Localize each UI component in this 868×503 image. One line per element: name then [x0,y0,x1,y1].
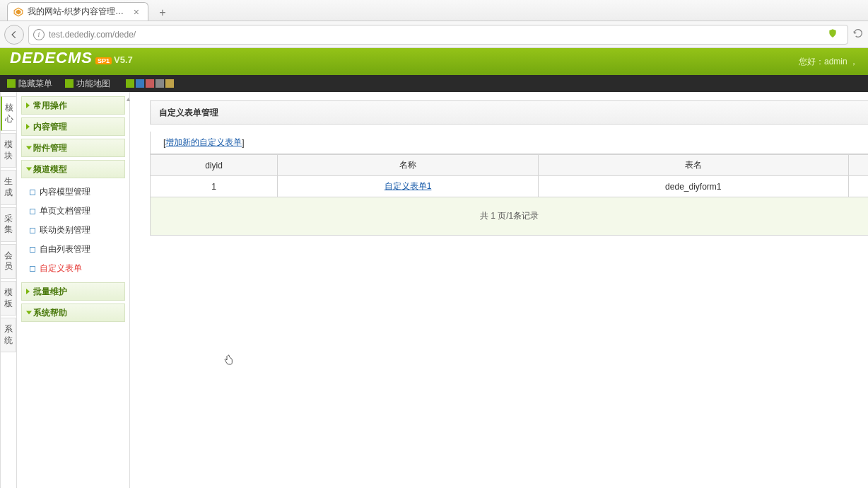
logo-text: DEDECMS [10,49,93,67]
cell-diyid: 1 [151,176,278,197]
hide-menu-label: 隐藏菜单 [18,78,52,90]
sitemap-label: 功能地图 [76,78,110,90]
greeting-text: 您好：admin ， [799,56,858,68]
menu-section-3[interactable]: 频道模型 [21,160,125,178]
arrow-left-icon [9,30,19,40]
panel-subheader: [增加新的自定义表单] [150,132,868,154]
shield-icon[interactable] [828,28,838,40]
theme-color-picker [126,79,174,88]
menu-section-1[interactable]: 内容管理 [21,117,125,136]
menu-section-0[interactable]: 常用操作 [21,96,125,115]
menu-item-3-4[interactable]: 自定义表单 [30,259,125,278]
vtab-6[interactable]: 系统 [1,318,16,352]
cell-table: dede_diyform1 [539,176,848,197]
version-badge: SP1 [95,57,112,64]
info-icon[interactable]: i [33,29,45,40]
favicon-icon [13,7,23,17]
address-bar[interactable]: i test.dedediy.com/dede/ [28,25,848,45]
menu-section-2[interactable]: 附件管理 [21,139,125,157]
pagination-text: 共 1 页/1条记录 [150,197,868,236]
theme-color-swatch[interactable] [165,79,174,88]
square-icon [65,79,74,88]
vtab-0[interactable]: 核心 [1,96,16,131]
back-button[interactable] [4,25,24,45]
reload-button[interactable] [852,28,864,41]
scroll-up-icon[interactable]: ▴ [127,95,135,103]
theme-color-swatch[interactable] [136,79,144,88]
vtab-1[interactable]: 模块 [1,133,16,168]
svg-marker-1 [16,9,21,14]
table-header: diyid [151,155,278,176]
logo: DEDECMS SP1 V5.7 [10,49,133,74]
side-menu: ▴ 常用操作内容管理附件管理频道模型内容模型管理单页文档管理联动类别管理自由列表… [17,92,130,488]
browser-toolbar: i test.dedediy.com/dede/ [0,21,868,48]
menu-section-5[interactable]: 系统帮助 [21,303,125,322]
hide-menu-button[interactable]: 隐藏菜单 [7,78,52,90]
menu-item-3-0[interactable]: 内容模型管理 [30,183,125,202]
theme-color-swatch[interactable] [146,79,154,88]
content-area: 自定义表单管理 [增加新的自定义表单] diyid名称表名 1自定义表单1ded… [130,92,868,488]
theme-color-swatch[interactable] [126,79,134,88]
vtab-4[interactable]: 会员 [1,244,16,279]
vtab-5[interactable]: 模板 [1,281,16,316]
vtab-3[interactable]: 采集 [1,207,16,242]
sitemap-button[interactable]: 功能地图 [65,78,110,90]
table-header-actions [848,155,868,176]
tab-title: 我的网站-织梦内容管理系... [28,6,130,18]
form-name-link[interactable]: 自定义表单1 [385,181,432,191]
table-header: 表名 [539,155,848,176]
menu-item-3-1[interactable]: 单页文档管理 [30,202,125,221]
close-tab-icon[interactable]: × [131,6,142,18]
menu-item-3-3[interactable]: 自由列表管理 [30,240,125,259]
menu-item-3-2[interactable]: 联动类别管理 [30,221,125,240]
toolbar: 隐藏菜单 功能地图 [0,75,868,92]
url-text: test.dedediy.com/dede/ [49,30,828,40]
new-tab-button[interactable]: + [154,5,171,21]
menu-subitems: 内容模型管理单页文档管理联动类别管理自由列表管理自定义表单 [21,181,125,282]
table-row: 1自定义表单1dede_diyform1 [151,176,869,197]
cell-name: 自定义表单1 [278,176,539,197]
vtab-2[interactable]: 生成 [1,170,16,204]
logo-version: V5.7 [114,54,133,65]
panel-title: 自定义表单管理 [150,100,868,125]
add-form-link[interactable]: 增加新的自定义表单 [165,137,242,149]
menu-section-4[interactable]: 批量维护 [21,282,125,301]
cell-actions [848,176,868,197]
app-header: DEDECMS SP1 V5.7 您好：admin ， [0,48,868,75]
square-icon [7,79,16,88]
data-table: diyid名称表名 1自定义表单1dede_diyform1 [150,154,868,197]
table-header: 名称 [278,155,539,176]
browser-tabstrip: 我的网站-织梦内容管理系... × + [0,0,868,21]
vertical-tabs: 核心模块生成采集会员模板系统 [0,92,17,488]
browser-tab[interactable]: 我的网站-织梦内容管理系... × [7,2,148,21]
main-layout: 核心模块生成采集会员模板系统 ▴ 常用操作内容管理附件管理频道模型内容模型管理单… [0,92,868,488]
theme-color-swatch[interactable] [156,79,164,88]
